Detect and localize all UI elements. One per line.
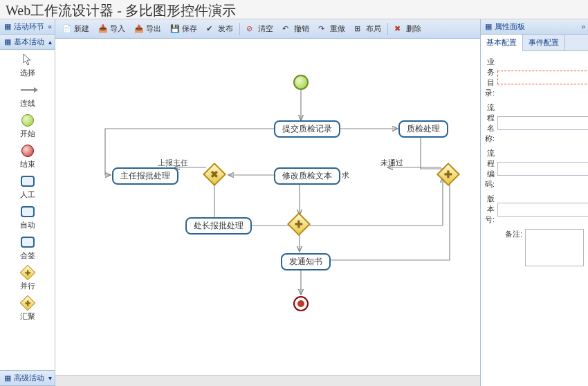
item-label: 自动 bbox=[20, 220, 35, 230]
palette-item-connect[interactable]: 连线 bbox=[0, 80, 55, 111]
window-title: Web工作流设计器 - 多比图形控件演示 bbox=[0, 0, 588, 19]
task-qc-process[interactable]: 质检处理 bbox=[398, 120, 448, 138]
properties-panel: ▦ 属性面板 » 基本配置 事件配置 业务目录: ▦ 流程名称: ▾ 流程编码: bbox=[480, 19, 588, 386]
import-button[interactable]: 📥导入 bbox=[94, 21, 129, 37]
sidepanel-title[interactable]: ▦ 属性面板 » bbox=[481, 19, 588, 35]
palette-section-advanced[interactable]: ▦ 高级活动 ▾ bbox=[0, 371, 55, 386]
label-remark: 备注: bbox=[485, 229, 522, 239]
item-label: 开始 bbox=[20, 129, 35, 139]
gateway-p1[interactable]: ✚ bbox=[437, 163, 460, 186]
publish-icon: ✔ bbox=[206, 24, 216, 34]
toolbar-separator bbox=[239, 23, 240, 35]
tab-event-config[interactable]: 事件配置 bbox=[523, 35, 565, 50]
label-version: 版本号: bbox=[485, 194, 495, 225]
end-node[interactable] bbox=[293, 296, 309, 311]
task-section-approve[interactable]: 处长报批处理 bbox=[185, 217, 252, 235]
arrow-icon bbox=[21, 83, 35, 97]
property-tabs: 基本配置 事件配置 bbox=[481, 35, 588, 51]
toolbar: 📄新建 📥导入 📤导出 💾保存 ✔发布 ⊘清空 ↶撤销 ↷重做 ⊞布局 ✖删除 bbox=[55, 19, 480, 39]
item-label: 人工 bbox=[20, 190, 35, 200]
item-label: 结束 bbox=[20, 159, 35, 169]
redo-icon: ↷ bbox=[318, 24, 328, 34]
gateway-p2[interactable]: ✚ bbox=[287, 212, 311, 236]
item-label: 汇聚 bbox=[20, 311, 35, 322]
delete-icon: ✖ bbox=[394, 24, 404, 34]
undo-button[interactable]: ↶撤销 bbox=[278, 21, 313, 37]
layout-icon: ⊞ bbox=[354, 24, 364, 34]
canvas-area[interactable]: 提交质检记录 质检处理 修改质检文本 主任报批处理 处长报批处理 发通知书 ✖ … bbox=[55, 39, 480, 375]
label-flow-name: 流程名称: bbox=[485, 102, 495, 144]
layout-button[interactable]: ⊞布局 bbox=[350, 21, 385, 37]
task-send-notice[interactable]: 发通知书 bbox=[281, 253, 331, 270]
palette-item-manual[interactable]: 人工 bbox=[0, 172, 55, 202]
undo-icon: ↶ bbox=[282, 24, 292, 34]
redo-button[interactable]: ↷重做 bbox=[314, 21, 349, 37]
collapse-left-icon[interactable]: « bbox=[48, 23, 52, 30]
save-icon: 💾 bbox=[170, 24, 180, 34]
auto-task-icon bbox=[21, 205, 35, 219]
start-node[interactable] bbox=[293, 75, 309, 90]
expand-down-icon[interactable]: ▾ bbox=[48, 374, 52, 382]
palette-section-basic[interactable]: ▦ 基本活动 ▴ bbox=[0, 35, 55, 50]
export-button[interactable]: 📤导出 bbox=[130, 21, 165, 37]
section-label: 基本活动 bbox=[14, 37, 44, 47]
palette-body: 选择 连线 开始 结束 人工 自动 bbox=[0, 50, 55, 371]
export-icon: 📤 bbox=[134, 24, 144, 34]
gateway-x1[interactable]: ✖ bbox=[203, 163, 226, 186]
item-label: 选择 bbox=[20, 68, 35, 78]
edge-label-notpassed: 未通过 bbox=[380, 158, 403, 168]
palette-item-end[interactable]: 结束 bbox=[0, 141, 55, 172]
label-biz-dir: 业务目录: bbox=[485, 57, 495, 98]
item-label: 会签 bbox=[20, 250, 35, 261]
input-biz-dir[interactable] bbox=[497, 71, 588, 84]
delete-button[interactable]: ✖删除 bbox=[390, 21, 425, 37]
palette-section-activity[interactable]: ▦ 活动环节 « bbox=[0, 19, 55, 35]
input-flow-name[interactable] bbox=[497, 116, 588, 130]
palette-item-parallel[interactable]: ✚ 并行 bbox=[0, 263, 55, 293]
palette-item-join[interactable]: ✚ 汇聚 bbox=[0, 293, 55, 324]
clear-icon: ⊘ bbox=[246, 24, 256, 34]
edge-label-re: 求 bbox=[342, 170, 349, 181]
publish-button[interactable]: ✔发布 bbox=[202, 21, 237, 37]
clear-button[interactable]: ⊘清空 bbox=[242, 21, 277, 37]
panel-icon: ▦ bbox=[4, 37, 11, 46]
import-icon: 📥 bbox=[98, 24, 108, 34]
panel-icon: ▦ bbox=[4, 374, 11, 383]
item-label: 并行 bbox=[20, 281, 35, 291]
end-icon bbox=[21, 144, 35, 158]
textarea-remark[interactable] bbox=[525, 229, 584, 266]
collapse-right-icon[interactable]: » bbox=[581, 23, 585, 30]
properties-form: 业务目录: ▦ 流程名称: ▾ 流程编码: 版本号: ▾ 备注: bbox=[481, 51, 588, 386]
tab-basic-config[interactable]: 基本配置 bbox=[481, 35, 523, 51]
palette-item-start[interactable]: 开始 bbox=[0, 111, 55, 141]
panel-icon: ▦ bbox=[4, 22, 11, 31]
save-button[interactable]: 💾保存 bbox=[166, 21, 201, 37]
task-supervisor-approve[interactable]: 主任报批处理 bbox=[112, 167, 178, 185]
palette-panel: ▦ 活动环节 « ▦ 基本活动 ▴ 选择 连线 开始 结束 bbox=[0, 19, 55, 386]
parallel-gateway-icon: ✚ bbox=[21, 266, 35, 279]
task-submit-qc[interactable]: 提交质检记录 bbox=[274, 120, 340, 138]
toolbar-separator bbox=[387, 23, 388, 35]
new-icon: 📄 bbox=[62, 24, 72, 34]
cursor-icon bbox=[21, 53, 35, 66]
collapse-up-icon[interactable]: ▴ bbox=[48, 38, 52, 46]
countersign-task-icon bbox=[21, 235, 35, 249]
task-modify-qc-text[interactable]: 修改质检文本 bbox=[274, 167, 340, 185]
horizontal-scrollbar[interactable] bbox=[55, 375, 480, 386]
item-label: 连线 bbox=[20, 98, 35, 109]
label-flow-code: 流程编码: bbox=[485, 148, 495, 190]
palette-item-countersign[interactable]: 会签 bbox=[0, 232, 55, 263]
panel-icon: ▦ bbox=[485, 22, 492, 31]
edges-layer bbox=[55, 39, 480, 375]
manual-task-icon bbox=[21, 174, 35, 188]
palette-item-auto[interactable]: 自动 bbox=[0, 202, 55, 232]
new-button[interactable]: 📄新建 bbox=[58, 21, 93, 37]
palette-item-select[interactable]: 选择 bbox=[0, 50, 55, 80]
section-label: 高级活动 bbox=[14, 373, 44, 383]
join-gateway-icon: ✚ bbox=[21, 296, 35, 310]
edge-label-report: 上报主任 bbox=[158, 158, 188, 168]
input-version[interactable] bbox=[497, 203, 588, 217]
start-icon bbox=[21, 113, 35, 127]
section-label: 活动环节 bbox=[14, 21, 44, 32]
input-flow-code[interactable] bbox=[497, 162, 588, 176]
